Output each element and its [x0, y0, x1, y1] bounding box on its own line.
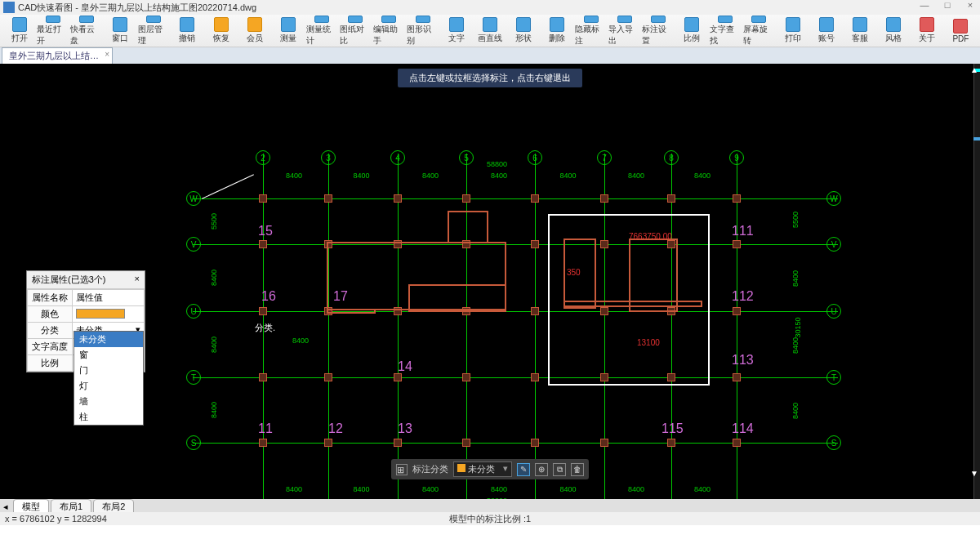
- edit-icon[interactable]: ✎: [517, 463, 530, 476]
- dim-r-3: 8400: [791, 337, 800, 354]
- tab-close-icon[interactable]: ×: [105, 50, 109, 59]
- dropdown-option-未分类[interactable]: 未分类: [74, 332, 143, 347]
- grid-bubble-top-7: 7: [597, 150, 612, 165]
- toolbar-打开[interactable]: 打开: [3, 16, 35, 47]
- dim-top-3: 8400: [491, 172, 507, 180]
- document-tab[interactable]: 皇外三期九层以上结… ×: [2, 47, 113, 64]
- column-marker: [531, 373, 539, 381]
- column-marker: [259, 373, 267, 381]
- toolbar-屏幕旋转[interactable]: 屏幕旋转: [743, 16, 775, 47]
- grid-bubble-top-9: 9: [729, 150, 744, 165]
- toolbar-画直线[interactable]: 画直线: [474, 16, 506, 47]
- status-scale: 模型中的标注比例 :1: [449, 513, 531, 525]
- grid-bubble-l-W: W: [186, 191, 201, 206]
- room-number-16: 16: [261, 289, 276, 304]
- toolbar-测量[interactable]: 测量: [272, 16, 304, 47]
- dim-bot-6: 8400: [694, 485, 710, 493]
- toolbar-图纸对比[interactable]: 图纸对比: [340, 16, 372, 47]
- maximize-button[interactable]: □: [939, 0, 956, 10]
- toolbar-账号[interactable]: 账号: [810, 16, 842, 47]
- toolbar-快看云盘[interactable]: 快看云盘: [70, 16, 102, 47]
- dropdown-option-灯[interactable]: 灯: [74, 378, 143, 394]
- window-title: CAD快速看图 - 皇外三期九层以上结构施工图20220714.dwg: [18, 2, 256, 14]
- room-number-14: 14: [398, 359, 412, 374]
- toolbar-文字查找[interactable]: 文字查找: [710, 16, 742, 47]
- dropdown-option-墙[interactable]: 墙: [74, 394, 143, 409]
- dim-bot-0: 8400: [286, 485, 302, 493]
- wall-segment: [408, 284, 506, 312]
- column-marker: [462, 194, 470, 203]
- category-dropdown[interactable]: 未分类窗门灯墙柱: [74, 331, 144, 426]
- dim-top-2: 8400: [422, 172, 439, 180]
- toolbar-客服[interactable]: 客服: [844, 16, 875, 47]
- dim-top-total: 58800: [487, 160, 507, 168]
- drawing-canvas[interactable]: 点击左键或拉框选择标注，点击右键退出 2233445566778899WWVVU…: [0, 64, 980, 512]
- app-icon: [3, 2, 15, 13]
- annotation-category-select[interactable]: 未分类: [453, 461, 512, 477]
- nav-arrow-down[interactable]: ▼: [970, 469, 978, 478]
- toolbar-比例[interactable]: 比例: [675, 16, 707, 47]
- room-number-13: 13: [398, 421, 412, 436]
- copy-icon[interactable]: ⧉: [553, 463, 566, 476]
- toolbar-删除[interactable]: 删除: [541, 16, 573, 47]
- toolbar-窗口[interactable]: 窗口: [105, 16, 136, 47]
- dim-top-1: 8400: [354, 172, 370, 180]
- status-bar: x = 6786102 y = 1282994 模型中的标注比例 :1: [0, 512, 980, 525]
- column-marker: [324, 439, 332, 447]
- dim-bot-2: 8400: [422, 485, 439, 493]
- toolbar-形状[interactable]: 形状: [508, 16, 540, 47]
- grid-bubble-top-5: 5: [459, 150, 474, 165]
- dropdown-option-窗[interactable]: 窗: [74, 347, 143, 363]
- minimize-button[interactable]: —: [916, 0, 933, 10]
- layout-prev-icon[interactable]: ◂: [0, 502, 11, 512]
- dropdown-option-门[interactable]: 门: [74, 363, 143, 378]
- toolbar-最近打开[interactable]: 最近打开: [37, 16, 69, 47]
- dim-bot-1: 8400: [354, 485, 370, 493]
- grid-bubble-top-2: 2: [256, 150, 270, 165]
- grid-icon[interactable]: ⊞: [396, 464, 408, 475]
- toolbar-图层管理[interactable]: 图层管理: [138, 16, 170, 47]
- grid-bubble-r-U: U: [826, 304, 841, 319]
- close-button[interactable]: ×: [962, 0, 978, 10]
- toolbar-导入导出[interactable]: 导入导出: [608, 16, 640, 47]
- toolbar-编辑助手[interactable]: 编辑助手: [373, 16, 405, 47]
- prop-color-value[interactable]: [73, 306, 145, 323]
- column-marker: [531, 439, 539, 447]
- title-bar: CAD快速看图 - 皇外三期九层以上结构施工图20220714.dwg — □ …: [0, 0, 980, 15]
- room-number-11: 11: [258, 421, 273, 436]
- room-number-111: 111: [732, 224, 754, 239]
- toolbar-标注设置[interactable]: 标注设置: [642, 16, 674, 47]
- panel-title: 标注属性(已选3个): [32, 274, 105, 286]
- toolbar-隐藏标注[interactable]: 隐藏标注: [575, 16, 607, 47]
- grid-row-S: [193, 443, 838, 444]
- nav-arrow-up[interactable]: ▲: [970, 65, 978, 74]
- toolbar-关于[interactable]: 关于: [911, 16, 943, 47]
- grid-bubble-l-T: T: [186, 370, 201, 385]
- toolbar-会员[interactable]: 会员: [238, 16, 270, 47]
- prop-textheight-label: 文字高度: [28, 339, 73, 355]
- column-marker: [259, 240, 267, 248]
- delete-icon[interactable]: 🗑: [571, 463, 584, 476]
- dropdown-option-柱[interactable]: 柱: [74, 409, 143, 425]
- toolbar-测量统计[interactable]: 测量统计: [306, 16, 338, 47]
- room-number-113: 113: [732, 353, 754, 368]
- move-icon[interactable]: ⊕: [535, 463, 548, 476]
- toolbar-PDF[interactable]: PDF: [945, 16, 977, 47]
- toolbar-恢复[interactable]: 恢复: [205, 16, 237, 47]
- dim-l-3: 8400: [210, 402, 218, 418]
- wall-segment: [448, 211, 488, 243]
- selection-rectangle: [548, 214, 710, 386]
- panel-close-icon[interactable]: ×: [135, 274, 140, 286]
- toolbar-风格[interactable]: 风格: [877, 16, 909, 47]
- toolbar-撤销[interactable]: 撤销: [172, 16, 203, 47]
- dim-l-0: 5500: [210, 213, 218, 230]
- prop-color-label: 颜色: [28, 306, 73, 323]
- column-marker: [733, 240, 741, 248]
- column-marker: [733, 439, 741, 447]
- column-marker: [394, 194, 402, 203]
- toolbar-文字[interactable]: 文字: [440, 16, 472, 47]
- column-marker: [600, 439, 608, 447]
- grid-bubble-top-6: 6: [528, 150, 542, 165]
- toolbar-图形识别[interactable]: 图形识别: [407, 16, 439, 47]
- toolbar-打印[interactable]: 打印: [777, 16, 808, 47]
